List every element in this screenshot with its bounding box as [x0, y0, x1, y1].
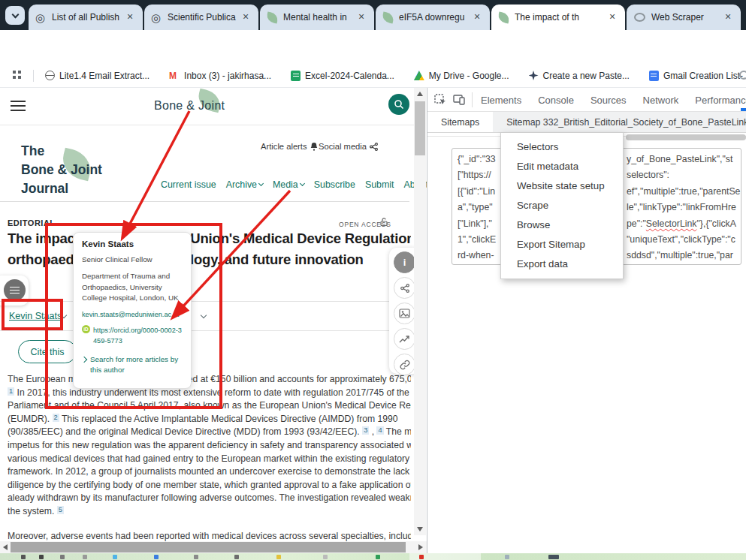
webscraper-subtab[interactable]: Sitemap 332_British_Editorial_Society_of… [493, 112, 746, 132]
taskbar-icon[interactable] [194, 555, 198, 559]
taskbar-icon[interactable] [113, 555, 117, 559]
share-button[interactable] [394, 277, 415, 299]
devtools-tab[interactable]: Elements [481, 95, 521, 106]
tab-close-icon[interactable] [606, 11, 618, 23]
link-button[interactable] [394, 354, 415, 375]
webscraper-subtab[interactable]: Sitemaps [427, 112, 493, 132]
author-email-link[interactable]: kevin.staats@meduniwien.ac.at [82, 311, 183, 318]
citation-ref[interactable]: 2 [53, 414, 59, 422]
site-sticky-header: Bone & Joint [0, 88, 414, 125]
scrollbar-thumb[interactable] [415, 101, 425, 155]
social-media-link[interactable]: Social media [319, 142, 378, 151]
devtools-tab[interactable]: Sources [590, 95, 627, 106]
tab-search-chevron-button[interactable] [5, 6, 25, 25]
bookmark-item[interactable]: Lite1.4 Email Extract... [45, 71, 150, 81]
nav-item-label: Archive [226, 179, 257, 190]
author-link[interactable]: Kevin Staats [9, 311, 62, 321]
bookmark-item[interactable]: My Drive - Google... [414, 71, 509, 81]
devtools-tab[interactable]: Performance [695, 95, 746, 106]
code-fragment: {"_id":"33 [458, 154, 496, 164]
code-fragment: rd-when- [458, 250, 494, 260]
author-search-row[interactable]: Search for more articles by this author [82, 354, 183, 375]
nav-item[interactable]: Media [273, 179, 304, 190]
scroll-down-icon[interactable] [417, 527, 423, 531]
devtools-tab[interactable]: Network [643, 95, 679, 106]
browser-tab[interactable]: List of all Publish [29, 5, 143, 30]
taskbar-icon[interactable] [60, 555, 65, 559]
inspect-element-icon[interactable] [434, 94, 447, 106]
site-nav: Current issue Archive Media Subscribe [161, 179, 427, 190]
taskbar-icon[interactable] [276, 555, 281, 559]
scrollbar-thumb[interactable] [11, 542, 406, 552]
taskbar-icon[interactable] [548, 555, 559, 559]
tab-close-icon[interactable] [471, 11, 483, 23]
bookmark-favicon-partial-icon[interactable] [739, 71, 746, 80]
figures-button[interactable] [394, 303, 415, 324]
bookmark-item[interactable]: Create a new Paste... [529, 71, 630, 81]
taskbar-icon[interactable] [505, 555, 509, 559]
browser-tab[interactable]: Web Scraper [627, 5, 741, 30]
taskbar-icon[interactable] [419, 555, 424, 559]
menu-item[interactable]: Browse [501, 215, 623, 235]
menu-item[interactable]: Website state setup [501, 176, 623, 196]
bookmark-item[interactable]: Gmail Creation List-... [649, 71, 746, 81]
browser-tab[interactable]: Mental health in [260, 5, 374, 30]
tab-close-icon[interactable] [722, 11, 734, 23]
article-alerts-link[interactable]: Article alerts [261, 142, 318, 151]
citation-ref[interactable]: 5 [57, 506, 64, 514]
browser-tab[interactable]: The impact of th [491, 5, 625, 30]
apps-grid-icon[interactable] [13, 71, 16, 74]
image-icon [399, 309, 410, 318]
device-toolbar-icon[interactable] [453, 95, 465, 105]
site-search-button[interactable] [388, 94, 409, 115]
menu-item[interactable]: Selectors [501, 137, 623, 157]
orcid-link[interactable]: https://orcid.org/0000-0002-3459-5773 [93, 325, 183, 346]
tab-close-icon[interactable] [355, 11, 367, 23]
scroll-right-icon[interactable] [418, 544, 423, 550]
nav-item[interactable]: Subscribe [314, 179, 355, 190]
nav-item[interactable]: Current issue [161, 179, 216, 190]
metrics-button[interactable] [394, 328, 415, 350]
journal-logo-line[interactable]: Journal [21, 181, 68, 197]
scroll-left-icon[interactable] [3, 544, 8, 550]
browser-tab[interactable]: Scientific Publica [144, 5, 258, 30]
horizontal-scrollbar[interactable] [0, 541, 427, 553]
bookmark-item[interactable]: Excel-2024-Calenda... [291, 71, 394, 81]
browser-tab-strip: List of all Publish Scientific Publica M… [0, 0, 746, 30]
taskbar-icon[interactable] [154, 555, 159, 559]
journal-logo-line[interactable]: Bone & Joint [21, 162, 102, 178]
nav-item[interactable]: Archive [226, 179, 263, 190]
taskbar-icon[interactable] [234, 555, 239, 559]
bookmark-item[interactable]: Inbox (3) - jakirhasa... [169, 71, 271, 81]
taskbar-icon[interactable] [376, 555, 380, 559]
tab-favicon-icon [35, 12, 47, 23]
scrollbar-thumb[interactable] [626, 134, 746, 140]
taskbar-icon[interactable] [323, 555, 328, 559]
menu-item[interactable]: Scrape [501, 196, 623, 215]
tab-close-icon[interactable] [124, 11, 136, 23]
chevron-down-icon[interactable] [201, 312, 207, 318]
chevron-down-icon [300, 181, 305, 186]
devtools-tab[interactable]: Console [538, 95, 574, 106]
menu-hamburger-icon[interactable] [11, 101, 26, 111]
tab-close-icon[interactable] [240, 11, 252, 23]
info-button[interactable]: i [394, 251, 415, 273]
citation-ref[interactable]: 4 [376, 426, 383, 435]
menu-item[interactable]: Edit metadata [501, 157, 623, 176]
nav-item[interactable]: Submit [365, 179, 394, 190]
scroll-up-icon[interactable] [417, 92, 423, 96]
taskbar-icon[interactable] [21, 555, 26, 559]
browser-tab[interactable]: eIF5A downregu [376, 5, 490, 30]
journal-logo-line[interactable]: The [21, 143, 44, 159]
site-brand[interactable]: Bone & Joint [154, 99, 225, 113]
taskbar-icon[interactable] [39, 555, 44, 559]
toc-button[interactable] [4, 279, 26, 301]
vertical-scrollbar[interactable] [414, 88, 426, 535]
author-search-link[interactable]: Search for more articles by this author [90, 354, 183, 375]
cite-this-button[interactable]: Cite this [18, 340, 77, 363]
menu-item[interactable]: Export Sitemap [501, 235, 623, 254]
citation-ref[interactable]: 1 [8, 387, 14, 396]
menu-item[interactable]: Export data [501, 254, 623, 274]
taskbar-icon[interactable] [83, 555, 87, 559]
citation-ref[interactable]: 3 [362, 426, 369, 435]
